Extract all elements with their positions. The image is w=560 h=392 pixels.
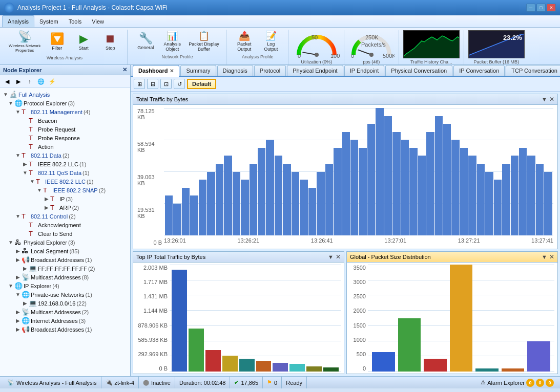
tree-ip[interactable]: ▶ T IP (3) (0, 194, 130, 203)
tree-private-nets[interactable]: ▼ 🌐 Private-use Networks (1) (0, 290, 130, 299)
top-ip-collapse[interactable]: ▼ (328, 254, 334, 260)
tab-ip-endpoint[interactable]: IP Endpoint (344, 65, 385, 76)
menu-system[interactable]: System (34, 15, 64, 27)
total-traffic-collapse[interactable]: ▼ (542, 96, 547, 102)
protocol-explorer-label: Protocol Explorer (24, 100, 67, 106)
maximize-button[interactable]: □ (536, 4, 546, 12)
tree-broadcast-phy[interactable]: ▶ 📢 Broadcast Addresses (1) (0, 255, 130, 264)
psd-collapse[interactable]: ▼ (542, 254, 547, 260)
top-ip-close[interactable]: ✕ (336, 253, 341, 260)
wireless-properties-button[interactable]: 📡 Wireless NetworkProperties (6, 30, 43, 54)
traffic-bar (367, 124, 375, 235)
menu-analysis[interactable]: Analysis (2, 15, 34, 27)
log-output-button[interactable]: 📝 LogOutput (258, 30, 284, 53)
tree-ieee-llc-1[interactable]: ▶ T IEEE 802.2 LLC (1) (0, 160, 130, 168)
analysis-object-button[interactable]: 📊 AnalysisObject (159, 30, 185, 53)
menu-tools[interactable]: Tools (64, 15, 87, 27)
stop-button[interactable]: ⏹ Stop (97, 32, 123, 52)
tree-ieee-llc-2[interactable]: ▼ T IEEE 802.2 LLC (1) (0, 177, 130, 186)
tree-ip-explorer[interactable]: ▼ 🌐 IP Explorer (4) (0, 281, 130, 290)
tree-192-168[interactable]: ▶ 💻 192.168.0.0/16 (22) (0, 299, 130, 308)
tab-diagnosis[interactable]: Diagnosis (217, 65, 253, 76)
tree-multicast-phy[interactable]: ▶ 📡 Multicast Addresses (8) (0, 273, 130, 281)
total-traffic-close[interactable]: ✕ (549, 96, 554, 103)
tab-physical-conversation[interactable]: Physical Conversation (385, 65, 452, 76)
tree-local-segment[interactable]: ▶ 🖧 Local Segment (85) (0, 247, 130, 255)
tree-qos-data[interactable]: ▼ T 802.11 QoS Data (1) (0, 168, 130, 177)
tree-snap[interactable]: ▼ T IEEE 802.2 SNAP (2) (0, 186, 130, 194)
refresh-btn[interactable]: ↺ (174, 79, 185, 89)
tab-physical-endpoint[interactable]: Physical Endpoint (287, 65, 343, 76)
tab-summary[interactable]: Summary (180, 65, 216, 76)
menu-view[interactable]: View (87, 15, 109, 27)
tree-probe-response[interactable]: T Probe Response (0, 134, 130, 142)
multicast-phy-count: (8) (82, 274, 89, 280)
ne-btn-5[interactable]: ⚡ (47, 77, 57, 86)
start-label: Start (79, 46, 89, 51)
packet-output-button[interactable]: 📤 PacketOutput (232, 30, 257, 53)
tab-protocol[interactable]: Protocol (254, 65, 286, 76)
ne-btn-2[interactable]: ▶ (13, 77, 24, 86)
interface-icon: 🔌 (106, 379, 113, 386)
traffic-bar (536, 164, 544, 235)
full-analysis-label: Full Analysis (18, 92, 50, 98)
tree-802-data[interactable]: ▼ T 802.11 Data (2) (0, 151, 130, 160)
total-traffic-panel: Total Traffic by Bytes ▼ ✕ 78.125 KB 58.… (133, 94, 558, 249)
tree-full-analysis[interactable]: ▼ 🔬 Full Analysis (0, 90, 130, 99)
analysis-object-icon: 📊 (167, 31, 178, 40)
traffic-bar (468, 156, 476, 235)
tree-802-mgmt[interactable]: ▼ T 802.11 Management (4) (0, 107, 130, 116)
view-list-btn[interactable]: ⊟ (147, 79, 158, 89)
arp-count: (2) (72, 205, 79, 211)
y-label-58: 58.594 KB (137, 141, 162, 153)
tree-physical-explorer[interactable]: ▼ 🖧 Physical Explorer (3) (0, 238, 130, 247)
tree-ack[interactable]: T Acknowledgment (0, 221, 130, 229)
ip-bar (205, 350, 221, 372)
expand-icon: ▼ (7, 283, 14, 289)
close-button[interactable]: ✕ (547, 4, 556, 12)
subnet-icon: 💻 (29, 299, 37, 307)
expand-icon: ▶ (22, 300, 29, 306)
psd-y-2000: 2000 (354, 308, 366, 314)
tree-internet-addr[interactable]: ▶ 🌐 Internet Addresses (3) (0, 316, 130, 325)
llc2-icon: T (36, 178, 44, 185)
ne-btn-3[interactable]: ↑ (25, 77, 35, 86)
tree-broadcast-ip[interactable]: ▶ 📢 Broadcast Addresses (1) (0, 325, 130, 334)
tree-cts[interactable]: T Clear to Send (0, 229, 130, 238)
tree-ff-mac[interactable]: ▶ 💻 FF:FF:FF:FF:FF:FF (2) (0, 264, 130, 273)
tab-dashboard-close[interactable]: ✕ (170, 68, 174, 74)
expand-icon: ▶ (14, 274, 22, 280)
filter-button[interactable]: 🔽 Filter (44, 32, 70, 52)
view-grid-btn[interactable]: ⊞ (134, 79, 145, 89)
toolbar-buttons-network: 🔧 General 📊 AnalysisObject 📋 Packet Disp… (133, 30, 222, 53)
tab-tcp-conversation[interactable]: TCP Conversation (506, 65, 560, 76)
traffic-bar (250, 164, 257, 235)
ip-count: (3) (66, 196, 72, 202)
tree-multicast-ip[interactable]: ▶ 📡 Multicast Addresses (2) (0, 308, 130, 316)
tree-protocol-explorer[interactable]: ▼ 🌐 Protocol Explorer (3) (0, 99, 130, 107)
tree-probe-request[interactable]: T Probe Request (0, 125, 130, 134)
ne-btn-1[interactable]: ◀ (2, 77, 12, 86)
ne-btn-4[interactable]: 🌐 (36, 77, 46, 86)
expand-icon: ▼ (14, 213, 22, 219)
tree-802-ctrl[interactable]: ▼ T 802.11 Control (2) (0, 212, 130, 221)
tree-beacon[interactable]: T Beacon (0, 116, 130, 125)
general-button[interactable]: 🔧 General (133, 31, 158, 52)
traffic-bar (544, 172, 552, 236)
node-explorer-close[interactable]: ✕ (122, 67, 127, 73)
view-detail-btn[interactable]: ⊡ (160, 79, 172, 89)
alarm-explorer[interactable]: ⚠ Alarm Explorer 0 0 0 (478, 377, 557, 388)
tree-action[interactable]: T Action (0, 142, 130, 151)
top-ip-y-axis: 2.003 MB 1.717 MB 1.431 MB 1.144 MB 878.… (136, 265, 170, 372)
tree-arp[interactable]: ▶ T ARP (2) (0, 203, 130, 212)
tab-dashboard[interactable]: Dashboard ✕ (133, 65, 179, 77)
y-label-19: 19.531 KB (137, 207, 162, 219)
psd-close[interactable]: ✕ (549, 253, 554, 260)
packet-display-button[interactable]: 📋 Packet DisplayBuffer (186, 30, 222, 53)
start-button[interactable]: ▶ Start (71, 32, 96, 52)
y-292: 292.969 KB (138, 351, 168, 357)
y-1431: 1.431 MB (143, 293, 168, 299)
minimize-button[interactable]: ─ (526, 4, 535, 12)
tab-ip-conversation[interactable]: IP Conversation (453, 65, 505, 76)
default-button[interactable]: Default (187, 79, 216, 89)
